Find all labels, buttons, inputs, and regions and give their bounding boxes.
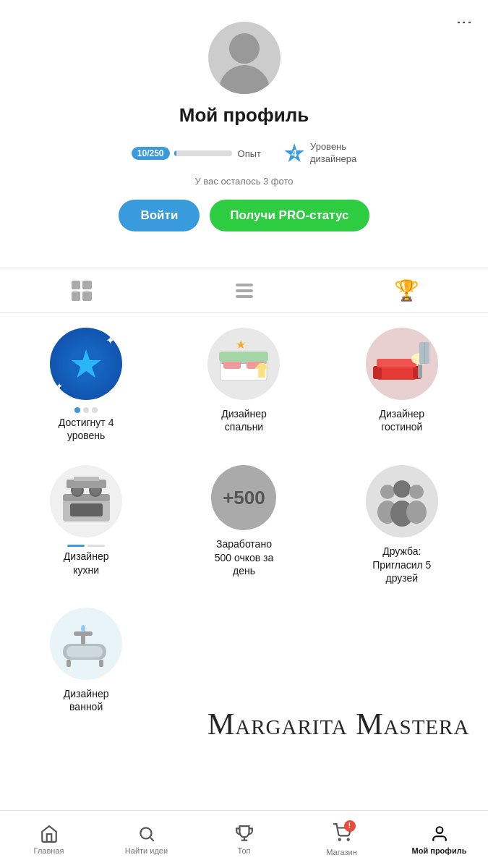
svg-rect-20 <box>70 503 103 516</box>
nav-shop-badge-container: ! <box>333 823 351 845</box>
exp-badge: 10/250 <box>132 147 170 160</box>
level-section: ★ 4 Уровеньдизайнера <box>283 138 356 169</box>
avatar-image <box>208 22 281 94</box>
nav-search-label: Найти идеи <box>125 846 168 855</box>
experience-section: 10/250 Опыт <box>132 147 261 160</box>
trophy-icon: 🏆 <box>394 278 419 302</box>
nav-profile[interactable]: Мой профиль <box>390 825 488 855</box>
achievement-bathroom-label: Дизайнерванной <box>64 687 109 713</box>
achievement-points500-label: Заработано500 очков задень <box>215 537 274 577</box>
level-number: 4 <box>291 148 297 159</box>
achievement-bathroom-image <box>50 608 122 680</box>
exp-bar <box>174 150 232 156</box>
achievement-friends[interactable]: Дружба:Пригласил 5друзей <box>323 454 481 596</box>
achievement-living-label: Дизайнергостиной <box>380 407 425 433</box>
achievement-kitchen-label: Дизайнеркухни <box>64 550 109 576</box>
stats-row: 10/250 Опыт ★ 4 Уровеньдизайнера <box>132 138 356 169</box>
svg-rect-9 <box>373 366 382 379</box>
grid-view-tab[interactable] <box>0 281 163 301</box>
star-badge: ★ 4 <box>283 138 306 169</box>
nav-top-label: Топ <box>238 846 251 855</box>
svg-rect-17 <box>63 494 110 501</box>
achievement-living-image <box>366 328 438 400</box>
photos-remaining: У вас осталось 3 фото <box>194 176 293 187</box>
achievements-grid: ★ ✦ ✦ Достигнут 4уровень ★ <box>0 316 488 725</box>
top-trophy-icon <box>235 825 254 843</box>
achievement-bedroom-label: Дизайнерспальни <box>221 407 267 433</box>
avatar-body <box>219 65 270 94</box>
achievement-friends-label: Дружба:Пригласил 5друзей <box>372 545 431 584</box>
achievement-kitchen[interactable]: Дизайнеркухни <box>7 454 165 596</box>
action-buttons: Войти Получи PRO-статус <box>119 200 369 231</box>
svg-rect-22 <box>74 477 99 481</box>
achievement-level4-label: Достигнут 4уровень <box>59 416 114 442</box>
nav-home[interactable]: Главная <box>0 825 98 855</box>
svg-point-27 <box>409 485 424 499</box>
nav-search[interactable]: Найти идеи <box>98 825 195 855</box>
nav-shop-label: Магазин <box>326 848 356 856</box>
svg-point-23 <box>380 485 395 499</box>
svg-point-42 <box>436 827 442 833</box>
bottom-navigation: Главная Найти идеи Топ ! Магазин <box>0 810 488 868</box>
achievement-level4-image: ★ ✦ ✦ <box>50 328 122 400</box>
profile-icon <box>430 825 449 843</box>
trophy-tab[interactable]: 🏆 <box>325 278 488 302</box>
svg-rect-34 <box>99 660 103 667</box>
list-view-tab[interactable] <box>163 284 325 298</box>
search-icon <box>137 825 156 843</box>
pro-button[interactable]: Получи PRO-статус <box>210 200 369 231</box>
cart-badge: ! <box>344 820 356 832</box>
exp-bar-fill <box>174 150 176 156</box>
avatar-head <box>229 33 260 64</box>
svg-point-41 <box>347 838 348 840</box>
svg-line-37 <box>150 838 154 841</box>
svg-point-28 <box>406 501 427 524</box>
profile-title: Мой профиль <box>179 104 309 127</box>
svg-rect-31 <box>81 634 85 644</box>
achievement-points500-badge: +500 <box>211 465 276 530</box>
nav-profile-label: Мой профиль <box>412 846 467 855</box>
more-button[interactable]: ⋮ <box>455 14 474 32</box>
svg-rect-6 <box>258 369 265 378</box>
avatar <box>208 22 281 94</box>
svg-rect-4 <box>219 352 268 362</box>
nav-shop[interactable]: ! Магазин <box>293 823 390 856</box>
achievement-bathroom[interactable]: Дизайнерванной <box>7 596 165 725</box>
achievement-friends-image <box>366 465 438 537</box>
exp-bar-container: 10/250 <box>132 147 232 160</box>
achievement-bedroom-image: ★ <box>207 328 280 400</box>
svg-rect-33 <box>67 660 71 667</box>
achievement-level4[interactable]: ★ ✦ ✦ Достигнут 4уровень <box>7 316 165 454</box>
achievement-points500[interactable]: +500 Заработано500 очков задень <box>165 454 322 596</box>
achievement-bedroom[interactable]: ★ Дизайнерспальни <box>165 316 322 454</box>
svg-point-36 <box>140 827 151 838</box>
profile-header: ⋮ Мой профиль 10/250 Опыт ★ 4 Уровеньдиз… <box>0 0 488 253</box>
home-icon <box>40 825 59 843</box>
svg-rect-30 <box>67 646 103 658</box>
svg-point-40 <box>338 838 340 840</box>
achievement-kitchen-image <box>50 465 122 537</box>
svg-rect-11 <box>377 359 416 367</box>
level-label: Уровеньдизайнера <box>310 141 356 166</box>
svg-text:★: ★ <box>236 339 246 351</box>
svg-point-25 <box>393 480 411 498</box>
login-button[interactable]: Войти <box>119 200 200 231</box>
view-tabs: 🏆 <box>0 268 488 313</box>
achievement-living[interactable]: Дизайнергостиной <box>323 316 481 454</box>
svg-point-35 <box>81 625 85 632</box>
exp-label: Опыт <box>238 148 261 159</box>
grid-icon <box>72 281 92 301</box>
list-icon <box>234 284 254 298</box>
nav-home-label: Главная <box>34 846 64 855</box>
nav-top[interactable]: Топ <box>195 825 293 855</box>
